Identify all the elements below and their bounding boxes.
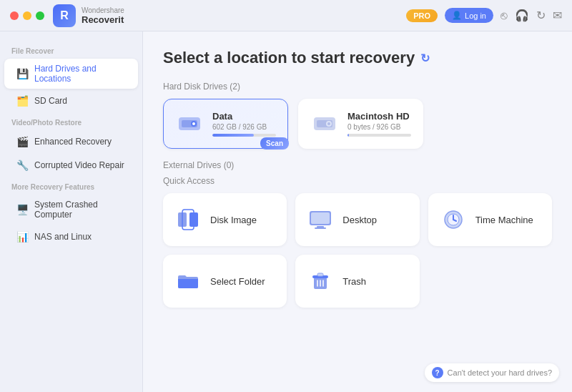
quick-access-grid-top: Disk Image Desktop — [163, 193, 552, 246]
app-brand-label: Wondershare — [82, 6, 124, 14]
time-machine-icon — [440, 206, 467, 233]
drive-data-icon — [175, 109, 204, 138]
drive-macintosh-size: 0 bytes / 926 GB — [347, 123, 411, 131]
main-layout: File Recover 💾 Hard Drives and Locations… — [0, 31, 572, 392]
page-title-text: Select a location to start recovery — [163, 49, 415, 67]
refresh-titlebar-icon[interactable]: ↻ — [536, 9, 546, 22]
quick-access-label: Quick Access — [163, 176, 552, 186]
qa-select-folder-label: Select Folder — [210, 276, 265, 287]
qa-card-time-machine[interactable]: Time Machine — [428, 193, 552, 246]
sidebar-item-hard-drives-label: Hard Drives and Locations — [34, 64, 127, 84]
drive-data-progress-bar — [212, 134, 276, 137]
sidebar-item-corrupted-video-label: Corrupted Video Repair — [34, 160, 124, 170]
help-circle-icon: ? — [432, 367, 443, 378]
headset-icon[interactable]: 🎧 — [515, 9, 529, 22]
titlebar: R Wondershare Recoverit PRO 👤 Log in ⎋ 🎧… — [0, 0, 572, 31]
sidebar-item-sd-card-label: SD Card — [34, 96, 67, 106]
sidebar-item-system-crashed-label: System Crashed Computer — [34, 200, 127, 220]
disk-image-icon — [174, 206, 202, 233]
main-content: Select a location to start recovery ↻ Ha… — [143, 31, 572, 392]
sidebar-item-enhanced-recovery[interactable]: 🎬 Enhanced Recovery — [4, 130, 138, 153]
sidebar-item-sd-card[interactable]: 🗂️ SD Card — [4, 89, 138, 112]
sidebar-item-corrupted-video[interactable]: 🔧 Corrupted Video Repair — [4, 154, 138, 177]
content-wrapper: Select a location to start recovery ↻ Ha… — [143, 31, 572, 392]
drive-macintosh-progress-bar — [347, 134, 411, 137]
app-name-block: Wondershare Recoverit — [82, 6, 124, 25]
close-button[interactable] — [10, 11, 19, 20]
help-hint[interactable]: ? Can't detect your hard drives? — [425, 363, 559, 382]
drive-macintosh-icon — [310, 109, 339, 138]
hard-disk-drives-label: Hard Disk Drives (2) — [163, 82, 552, 92]
maximize-button[interactable] — [36, 11, 44, 20]
person-icon: 👤 — [452, 11, 462, 20]
drive-macintosh-name: Macintosh HD — [347, 111, 411, 122]
qa-trash-label: Trash — [342, 276, 366, 287]
drive-data-name: Data — [212, 111, 276, 122]
sidebar-item-enhanced-recovery-label: Enhanced Recovery — [34, 137, 112, 147]
select-folder-icon — [174, 268, 202, 295]
qa-time-machine-label: Time Machine — [475, 215, 533, 225]
trash-icon — [307, 268, 334, 295]
sidebar-section-video-photo: Video/Photo Restore — [0, 113, 142, 129]
svg-rect-12 — [311, 212, 330, 224]
svg-rect-14 — [315, 227, 326, 229]
drive-card-macintosh[interactable]: Macintosh HD 0 bytes / 926 GB — [298, 99, 423, 149]
nas-linux-icon: 📊 — [16, 230, 29, 243]
app-name-label: Recoverit — [82, 14, 124, 25]
drives-row: Data 602 GB / 926 GB Scan — [163, 99, 552, 149]
sidebar-section-file-recover: File Recover — [0, 41, 142, 58]
drive-macintosh-info: Macintosh HD 0 bytes / 926 GB — [347, 111, 411, 137]
titlebar-actions: PRO 👤 Log in ⎋ 🎧 ↻ ✉ — [406, 8, 562, 23]
qa-card-trash[interactable]: Trash — [295, 255, 419, 308]
minimize-button[interactable] — [23, 11, 31, 20]
hard-drive-icon: 💾 — [16, 67, 29, 80]
sidebar-item-system-crashed[interactable]: 🖥️ System Crashed Computer — [4, 195, 138, 225]
qa-card-disk-image[interactable]: Disk Image — [163, 193, 287, 246]
corrupted-video-icon: 🔧 — [16, 159, 29, 172]
system-crashed-icon: 🖥️ — [16, 203, 29, 216]
drive-data-info: Data 602 GB / 926 GB — [212, 111, 276, 137]
desktop-icon — [307, 206, 334, 233]
svg-point-3 — [192, 122, 195, 125]
qa-card-select-folder[interactable]: Select Folder — [163, 255, 287, 308]
drive-macintosh-progress-fill — [347, 134, 349, 137]
app-logo: R — [53, 4, 76, 27]
sd-card-icon: 🗂️ — [16, 94, 29, 107]
external-drives-label: External Drives (0) — [163, 160, 552, 170]
help-hint-text: Can't detect your hard drives? — [448, 368, 552, 377]
sidebar: File Recover 💾 Hard Drives and Locations… — [0, 31, 143, 392]
drive-data-size: 602 GB / 926 GB — [212, 123, 276, 131]
sidebar-item-nas-linux[interactable]: 📊 NAS and Linux — [4, 225, 138, 248]
account-icon[interactable]: ⎋ — [500, 9, 508, 22]
drive-card-data[interactable]: Data 602 GB / 926 GB Scan — [163, 99, 288, 149]
svg-rect-21 — [317, 273, 323, 276]
refresh-icon[interactable]: ↻ — [420, 52, 430, 65]
qa-desktop-label: Desktop — [342, 215, 377, 225]
pro-badge: PRO — [406, 9, 438, 22]
login-button[interactable]: 👤 Log in — [445, 8, 493, 23]
qa-placeholder — [428, 255, 552, 308]
quick-access-grid-bottom: Select Folder Trash — [163, 255, 552, 308]
svg-point-7 — [327, 122, 330, 125]
traffic-lights — [10, 11, 44, 20]
qa-card-desktop[interactable]: Desktop — [295, 193, 419, 246]
sidebar-section-more-recovery: More Recovery Features — [0, 177, 142, 194]
drive-data-progress-fill — [212, 134, 254, 137]
sidebar-item-nas-linux-label: NAS and Linux — [34, 232, 92, 242]
qa-disk-image-label: Disk Image — [210, 215, 257, 225]
scan-badge[interactable]: Scan — [260, 137, 289, 150]
sidebar-item-hard-drives[interactable]: 💾 Hard Drives and Locations — [4, 59, 138, 89]
enhanced-recovery-icon: 🎬 — [16, 135, 29, 148]
page-title-area: Select a location to start recovery ↻ — [163, 49, 552, 67]
mail-icon[interactable]: ✉ — [553, 9, 562, 22]
